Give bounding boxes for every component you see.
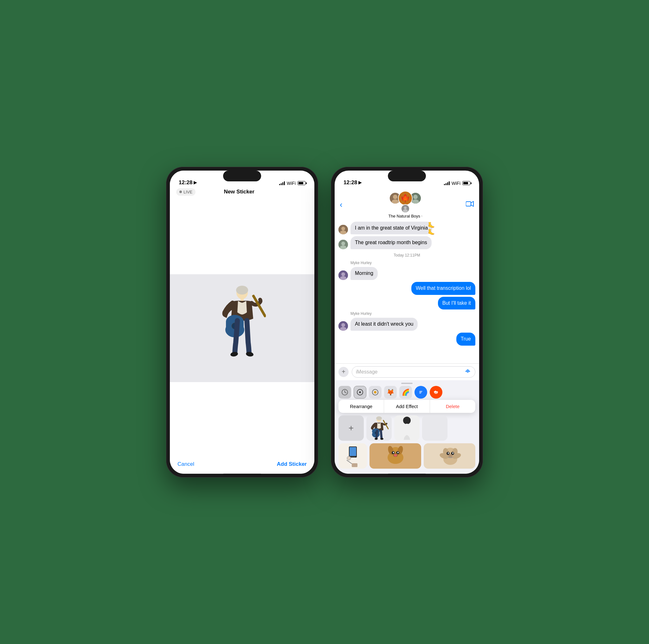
bubble-morning: Morning	[350, 267, 378, 280]
svg-point-18	[403, 209, 408, 212]
sticker-tray: 🦊 🌈 Rearrange Add Effect Delete	[335, 380, 479, 474]
sender-label-myke1: Myke Hurley	[350, 260, 475, 265]
svg-rect-36	[468, 370, 469, 372]
messages-list: I am in the great state of Virginia 🦶🦶 T…	[335, 222, 479, 363]
sticker-context-menu: Rearrange Add Effect Delete	[339, 400, 475, 413]
imessage-input-bar: + iMessage	[335, 363, 479, 380]
video-call-button[interactable]	[466, 201, 474, 209]
cancel-button[interactable]: Cancel	[177, 461, 194, 468]
svg-point-17	[404, 206, 407, 209]
tray-tab-reddit[interactable]	[430, 386, 442, 399]
group-name-label: The Natural Boys	[389, 214, 420, 218]
delete-button[interactable]: Delete	[430, 400, 475, 413]
sticker-person[interactable]	[394, 415, 420, 441]
plus-button[interactable]: +	[339, 367, 349, 377]
add-effect-button[interactable]: Add Effect	[384, 400, 430, 413]
svg-rect-19	[466, 202, 471, 206]
group-avatars: 🍁 The Natural Boys ›	[345, 191, 466, 218]
avatar-person3	[401, 204, 410, 213]
svg-point-55	[403, 417, 411, 424]
svg-point-44	[435, 392, 436, 393]
group-name[interactable]: The Natural Boys ›	[389, 214, 422, 218]
message-row: True	[339, 333, 475, 346]
svg-point-40	[359, 391, 361, 393]
wifi-icon-2: WiFi	[451, 181, 461, 186]
bubble-true: True	[456, 333, 475, 346]
tray-tab-sticker3[interactable]: 🌈	[399, 386, 412, 399]
svg-point-31	[341, 323, 345, 327]
svg-point-25	[341, 242, 345, 245]
svg-point-29	[340, 276, 346, 280]
signal-bar-3	[283, 182, 283, 185]
svg-rect-33	[466, 371, 466, 372]
imessage-placeholder: iMessage	[356, 369, 378, 375]
svg-point-42	[374, 391, 377, 394]
sticker-title: New Sticker	[224, 189, 254, 195]
message-row: Well that transcription lol	[339, 282, 475, 295]
signal-bar-1	[279, 184, 280, 185]
add-sticker-cell[interactable]: +	[339, 415, 364, 441]
bubble-roadtrip: The great roadtrip month begins	[350, 236, 432, 249]
rearrange-button[interactable]: Rearrange	[339, 400, 384, 413]
svg-rect-60	[352, 463, 357, 467]
sticker-white-top	[170, 199, 314, 275]
svg-rect-34	[467, 370, 467, 372]
svg-point-67	[393, 452, 394, 453]
sticker-4[interactable]	[422, 415, 447, 441]
sticker-white-bottom	[170, 382, 314, 457]
avatar-maple: 🍁	[398, 191, 413, 205]
svg-point-47	[376, 416, 382, 420]
live-label: LIVE	[183, 190, 192, 194]
signal-bar-2	[281, 183, 282, 185]
sticker-device[interactable]	[339, 443, 367, 469]
time-label-2: 12:28	[344, 179, 357, 186]
message-input[interactable]: iMessage	[352, 366, 475, 378]
svg-point-54	[380, 438, 383, 440]
message-row: But I'll take it	[339, 297, 475, 310]
group-name-chevron: ›	[421, 214, 422, 218]
svg-point-80	[452, 452, 453, 454]
audio-input-icon	[465, 368, 471, 375]
tray-tab-recent[interactable]	[339, 386, 351, 399]
svg-point-53	[375, 438, 378, 440]
sticker-guitarist[interactable]	[366, 415, 392, 441]
tray-tab-sticker1[interactable]	[369, 386, 382, 399]
svg-rect-35	[467, 369, 468, 373]
svg-rect-37	[469, 371, 470, 372]
message-row: At least it didn't wreck you	[339, 318, 475, 331]
svg-point-26	[340, 245, 346, 249]
svg-point-59	[347, 456, 351, 460]
svg-point-81	[448, 454, 452, 457]
svg-point-1	[236, 286, 248, 294]
messages-nav: ‹ 🍁	[335, 188, 479, 222]
sender-label-myke2: Myke Hurley	[350, 311, 475, 316]
dynamic-island-2	[388, 171, 426, 182]
tray-tab-sticker2[interactable]: 🦊	[384, 386, 397, 399]
bubble-take-it: But I'll take it	[438, 297, 475, 310]
sticker-dog2[interactable]	[424, 443, 475, 469]
signal-icon-2	[444, 182, 450, 185]
sticker-dog[interactable]	[370, 443, 421, 469]
msg-avatar-1	[339, 225, 348, 234]
msg-avatar-myke2	[339, 321, 348, 331]
sticker-row-1: +	[335, 414, 479, 443]
bubble-transcription: Well that transcription lol	[411, 282, 475, 295]
svg-point-14	[413, 195, 418, 199]
battery-fill-1	[299, 182, 303, 184]
live-badge: LIVE	[176, 188, 196, 196]
svg-rect-58	[350, 456, 355, 457]
add-sticker-button[interactable]: Add Sticker	[277, 461, 307, 468]
tray-tab-custom[interactable]	[354, 386, 366, 399]
battery-icon-2	[462, 181, 470, 185]
home-indicator-2	[388, 473, 426, 475]
back-button[interactable]: ‹	[340, 199, 345, 211]
tray-tab-sticker4[interactable]	[415, 386, 427, 399]
status-time-2: 12:28 ▶	[344, 179, 361, 186]
status-icons-2: WiFi	[444, 181, 470, 186]
status-time-1: 12:28 ▶	[179, 179, 197, 186]
svg-point-70	[394, 454, 397, 456]
sticker-image-area	[170, 274, 314, 382]
status-icons-1: WiFi	[279, 181, 305, 186]
message-row: Morning	[339, 267, 475, 280]
svg-point-68	[397, 452, 399, 453]
